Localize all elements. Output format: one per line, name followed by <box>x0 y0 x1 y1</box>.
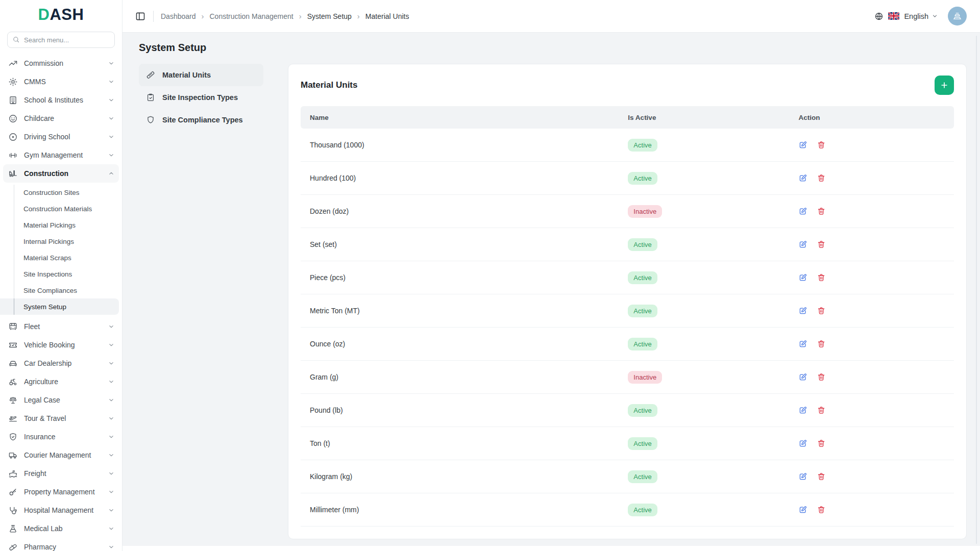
sidebar-menu: CommissionCMMSSchool & InstitutesChildca… <box>0 53 122 551</box>
sidebar: DASH CommissionCMMSSchool & InstitutesCh… <box>0 0 122 551</box>
table-header-row: NameIs ActiveAction <box>301 106 954 129</box>
chevron-up-icon <box>108 170 115 177</box>
tab-label: Site Compliance Types <box>162 116 243 124</box>
delete-button[interactable] <box>817 140 826 149</box>
edit-button[interactable] <box>798 472 807 481</box>
chevron-down-icon <box>108 360 115 367</box>
table-row-kilogram-kg: Kilogram (kg)Active <box>301 460 954 493</box>
breadcrumb-item-dashboard[interactable]: Dashboard <box>161 12 196 20</box>
chevron-down-icon <box>108 133 115 140</box>
unit-name-cell: Pound (lb) <box>301 406 619 414</box>
status-badge: Inactive <box>628 205 662 218</box>
edit-button[interactable] <box>798 505 807 514</box>
edit-button[interactable] <box>798 240 807 249</box>
sidebar-item-cmms[interactable]: CMMS <box>3 72 119 91</box>
sidebar-subitem-internal-pickings[interactable]: Internal Pickings <box>0 233 119 249</box>
sidebar-item-courier-management[interactable]: Courier Management <box>3 446 119 464</box>
tab-site-compliance-types[interactable]: Site Compliance Types <box>139 109 263 131</box>
edit-button[interactable] <box>798 306 807 315</box>
delete-button[interactable] <box>817 240 826 249</box>
sidebar-item-tour-travel[interactable]: Tour & Travel <box>3 409 119 428</box>
user-avatar[interactable] <box>948 7 967 26</box>
delete-button[interactable] <box>817 207 826 216</box>
edit-button[interactable] <box>798 439 807 448</box>
delete-button[interactable] <box>817 505 826 514</box>
status-cell: Active <box>619 504 789 516</box>
sidebar-item-legal-case[interactable]: Legal Case <box>3 391 119 409</box>
edit-button[interactable] <box>798 207 807 216</box>
delete-button[interactable] <box>817 173 826 183</box>
sidebar-subitem-material-pickings[interactable]: Material Pickings <box>0 217 119 233</box>
setup-tabs: Material UnitsSite Inspection TypesSite … <box>139 64 263 131</box>
breadcrumb-item-system-setup[interactable]: System Setup <box>307 12 352 20</box>
sidebar-subitem-label: Site Inspections <box>23 270 72 278</box>
sidebar-subitem-label: Construction Sites <box>23 189 80 196</box>
tab-site-inspection-types[interactable]: Site Inspection Types <box>139 86 263 109</box>
breadcrumb-item-construction-management[interactable]: Construction Management <box>210 12 293 20</box>
sidebar-subitem-construction-sites[interactable]: Construction Sites <box>0 184 119 201</box>
delete-button[interactable] <box>817 273 826 282</box>
table-body: Thousand (1000)ActiveHundred (100)Active… <box>301 129 954 527</box>
delete-button[interactable] <box>817 439 826 448</box>
sidebar-item-childcare[interactable]: Childcare <box>3 109 119 128</box>
sidebar-item-label: Construction <box>24 169 102 178</box>
delete-button[interactable] <box>817 339 826 348</box>
sidebar-item-driving-school[interactable]: Driving School <box>3 128 119 146</box>
edit-button[interactable] <box>798 173 807 183</box>
language-label: English <box>904 12 928 20</box>
breadcrumb-item-material-units[interactable]: Material Units <box>365 12 409 20</box>
sidebar-item-label: Vehicle Booking <box>24 341 102 349</box>
sidebar-subitem-label: Site Compliances <box>23 287 77 294</box>
table-row-millimeter-mm: Millimeter (mm)Active <box>301 493 954 527</box>
sidebar-item-property-management[interactable]: Property Management <box>3 483 119 501</box>
sidebar-item-freight[interactable]: Freight <box>3 464 119 483</box>
sidebar-subitem-site-compliances[interactable]: Site Compliances <box>0 282 119 298</box>
sidebar-item-vehicle-booking[interactable]: Vehicle Booking <box>3 336 119 354</box>
search-input[interactable] <box>7 32 115 48</box>
sidebar-subitem-site-inspections[interactable]: Site Inspections <box>0 266 119 282</box>
globe-icon[interactable] <box>874 12 884 21</box>
edit-button[interactable] <box>798 372 807 382</box>
sidebar-subitem-system-setup[interactable]: System Setup <box>0 298 119 315</box>
delete-button[interactable] <box>817 306 826 315</box>
edit-button[interactable] <box>798 339 807 348</box>
sidebar-item-construction[interactable]: Construction <box>3 164 119 183</box>
table-row-thousand-1000: Thousand (1000)Active <box>301 129 954 162</box>
sidebar-item-hospital-management[interactable]: Hospital Management <box>3 501 119 519</box>
sidebar-item-fleet[interactable]: Fleet <box>3 317 119 336</box>
sidebar-item-gym-management[interactable]: Gym Management <box>3 146 119 164</box>
sidebar-item-agriculture[interactable]: Agriculture <box>3 372 119 391</box>
edit-button[interactable] <box>798 140 807 149</box>
tab-label: Material Units <box>162 71 211 79</box>
action-cell <box>789 207 954 216</box>
status-badge: Active <box>628 271 657 284</box>
sidebar-subitem-material-scraps[interactable]: Material Scraps <box>0 249 119 266</box>
chevron-down-icon <box>932 13 938 19</box>
sidebar-item-label: Car Dealership <box>24 359 102 367</box>
sidebar-subitem-label: System Setup <box>23 303 66 311</box>
sidebar-item-pharmacy[interactable]: Pharmacy <box>3 538 119 551</box>
truck-icon <box>8 450 18 460</box>
delete-button[interactable] <box>817 472 826 481</box>
tab-material-units[interactable]: Material Units <box>139 64 263 86</box>
sidebar-item-car-dealership[interactable]: Car Dealership <box>3 354 119 372</box>
language-selector[interactable]: English <box>904 12 938 20</box>
delete-button[interactable] <box>817 372 826 382</box>
submenu-construction: Construction SitesConstruction Materials… <box>0 183 122 317</box>
edit-button[interactable] <box>798 406 807 415</box>
plane-icon <box>8 414 18 423</box>
edit-button[interactable] <box>798 273 807 282</box>
scrollbar[interactable] <box>976 36 977 544</box>
sidebar-subitem-construction-materials[interactable]: Construction Materials <box>0 201 119 217</box>
page-title: System Setup <box>139 42 967 54</box>
app-logo[interactable]: DASH <box>0 0 122 30</box>
sidebar-item-school-institutes[interactable]: School & Institutes <box>3 91 119 109</box>
sidebar-item-medical-lab[interactable]: Medical Lab <box>3 519 119 538</box>
sidebar-toggle-button[interactable] <box>135 11 146 22</box>
sidebar-item-label: Courier Management <box>24 451 102 459</box>
sidebar-item-commission[interactable]: Commission <box>3 54 119 72</box>
panel-title: Material Units <box>301 80 357 90</box>
delete-button[interactable] <box>817 406 826 415</box>
sidebar-item-insurance[interactable]: Insurance <box>3 428 119 446</box>
add-material-unit-button[interactable] <box>935 76 954 95</box>
